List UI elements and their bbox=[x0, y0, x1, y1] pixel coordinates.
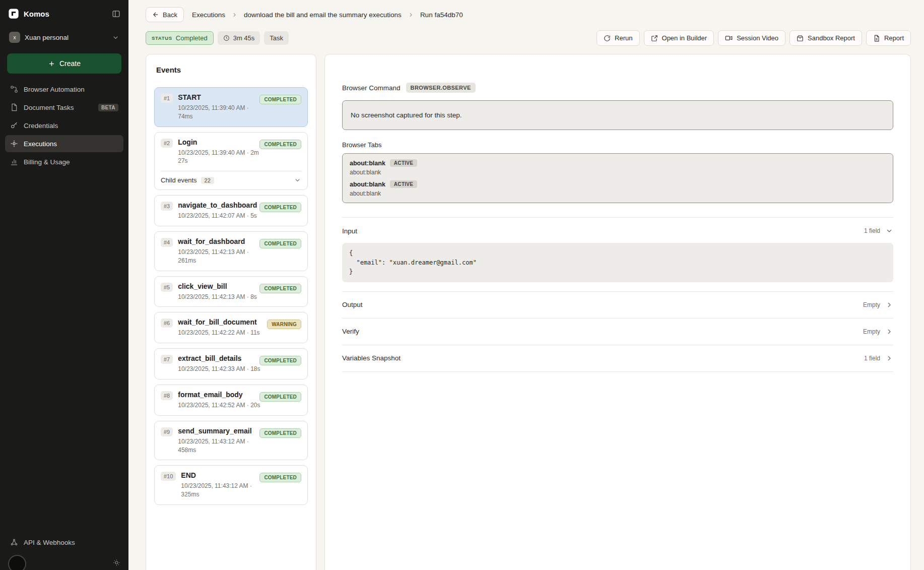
chevron-right-icon bbox=[885, 301, 893, 309]
duration-badge: 3m 45s bbox=[218, 31, 260, 45]
event-timestamp: 10/23/2025, 11:42:07 AM · 5s bbox=[178, 212, 265, 220]
event-number-badge: #7 bbox=[161, 355, 173, 364]
workspace-selector[interactable]: x Xuan personal bbox=[5, 28, 123, 46]
chevron-right-icon bbox=[885, 328, 893, 336]
create-button[interactable]: Create bbox=[7, 53, 121, 74]
sidebar-item-credentials[interactable]: Credentials bbox=[5, 117, 123, 134]
sidebar-item-document-tasks[interactable]: Document Tasks BETA bbox=[5, 99, 123, 116]
event-list-item[interactable]: #6 wait_for_bill_document 10/23/2025, 11… bbox=[154, 312, 308, 343]
browser-command-badge: BROWSER.OBSERVE bbox=[406, 83, 476, 93]
status-badge: STATUS Completed bbox=[146, 31, 214, 45]
box-icon bbox=[797, 35, 804, 42]
event-timestamp: 10/23/2025, 11:42:13 AM · 8s bbox=[178, 293, 265, 301]
beta-badge: BETA bbox=[98, 104, 118, 111]
sidebar-collapse-icon[interactable] bbox=[112, 10, 120, 18]
sandbox-report-button[interactable]: Sandbox Report bbox=[789, 30, 862, 46]
event-list-item[interactable]: #2 Login 10/23/2025, 11:39:40 AM · 2m 27… bbox=[154, 132, 308, 191]
refresh-icon bbox=[604, 35, 611, 42]
tab-url: about:blank bbox=[350, 190, 886, 197]
sidebar-item-api-webhooks[interactable]: API & Webhooks bbox=[5, 534, 123, 551]
task-type-badge: Task bbox=[264, 31, 289, 45]
event-list-item[interactable]: #8 format_email_body 10/23/2025, 11:42:5… bbox=[154, 385, 308, 416]
event-status-badge: WARNING bbox=[267, 320, 301, 329]
event-timestamp: 10/23/2025, 11:43:12 AM · 458ms bbox=[178, 437, 265, 455]
event-list-item[interactable]: #1 START 10/23/2025, 11:39:40 AM · 74ms … bbox=[154, 87, 308, 127]
event-list-item[interactable]: #10 END 10/23/2025, 11:43:12 AM · 325ms … bbox=[154, 465, 308, 505]
breadcrumb-executions[interactable]: Executions bbox=[192, 11, 225, 19]
event-status-badge: COMPLETED bbox=[259, 473, 301, 482]
tab-active-badge: ACTIVE bbox=[390, 180, 417, 188]
event-list-item[interactable]: #5 click_view_bill 10/23/2025, 11:42:13 … bbox=[154, 276, 308, 307]
child-events-toggle[interactable]: Child events 22 bbox=[161, 171, 301, 184]
event-status-badge: COMPLETED bbox=[259, 203, 301, 212]
sidebar: Komos x Xuan personal Create Browser Aut… bbox=[0, 0, 128, 570]
tab-active-badge: ACTIVE bbox=[390, 159, 417, 167]
event-list-item[interactable]: #3 navigate_to_dashboard 10/23/2025, 11:… bbox=[154, 195, 308, 226]
output-section-header[interactable]: Output Empty bbox=[342, 298, 893, 312]
theme-toggle-icon[interactable] bbox=[113, 559, 120, 566]
key-icon bbox=[10, 121, 18, 130]
sidebar-item-billing-usage[interactable]: Billing & Usage bbox=[5, 153, 123, 170]
video-camera-icon bbox=[725, 34, 733, 42]
event-status-badge: COMPLETED bbox=[259, 140, 301, 149]
event-number-badge: #2 bbox=[161, 139, 173, 148]
event-timestamp: 10/23/2025, 11:42:22 AM · 11s bbox=[178, 329, 265, 337]
event-list-item[interactable]: #7 extract_bill_details 10/23/2025, 11:4… bbox=[154, 348, 308, 379]
event-timestamp: 10/23/2025, 11:39:40 AM · 74ms bbox=[178, 104, 265, 121]
event-number-badge: #4 bbox=[161, 238, 173, 247]
browser-tab-entry: about:blank ACTIVE about:blank bbox=[350, 180, 886, 197]
variables-snapshot-section-header[interactable]: Variables Snapshot 1 field bbox=[342, 351, 893, 365]
app-window: Komos x Xuan personal Create Browser Aut… bbox=[0, 0, 924, 570]
session-video-button[interactable]: Session Video bbox=[718, 30, 785, 46]
workspace-name: Xuan personal bbox=[25, 34, 69, 41]
workspace-avatar: x bbox=[9, 32, 20, 43]
event-timestamp: 10/23/2025, 11:42:33 AM · 18s bbox=[178, 365, 265, 373]
tab-url: about:blank bbox=[350, 169, 886, 176]
input-section: Input 1 field { "email": "xuan.dreamer@g… bbox=[342, 217, 893, 291]
input-json: { "email": "xuan.dreamer@gmail.com" } bbox=[342, 243, 893, 282]
event-list-item[interactable]: #9 send_summary_email 10/23/2025, 11:43:… bbox=[154, 421, 308, 461]
output-section: Output Empty bbox=[342, 291, 893, 318]
event-number-badge: #5 bbox=[161, 283, 173, 292]
event-status-badge: COMPLETED bbox=[259, 392, 301, 402]
event-number-badge: #6 bbox=[161, 319, 173, 328]
app-title: Komos bbox=[24, 10, 49, 18]
event-list-item[interactable]: #4 wait_for_dashboard 10/23/2025, 11:42:… bbox=[154, 231, 308, 271]
event-status-badge: COMPLETED bbox=[259, 284, 301, 293]
user-avatar[interactable] bbox=[8, 555, 26, 570]
report-button[interactable]: Report bbox=[866, 30, 911, 46]
breadcrumb: Executions download the bill and email t… bbox=[192, 11, 463, 19]
browser-tabs-list: about:blank ACTIVE about:blank about:bla… bbox=[342, 153, 893, 203]
breadcrumb-run-id: Run fa54db70 bbox=[420, 11, 463, 19]
event-status-badge: COMPLETED bbox=[259, 95, 301, 104]
event-number-badge: #1 bbox=[161, 94, 173, 103]
input-section-header[interactable]: Input 1 field bbox=[342, 224, 893, 238]
browser-automation-icon bbox=[10, 85, 18, 93]
breadcrumb-execution-name[interactable]: download the bill and email the summary … bbox=[244, 11, 402, 19]
tab-title: about:blank bbox=[350, 181, 385, 188]
event-number-badge: #8 bbox=[161, 391, 173, 400]
event-status-badge: COMPLETED bbox=[259, 239, 301, 248]
event-status-badge: COMPLETED bbox=[259, 428, 301, 438]
events-panel[interactable]: Events #1 START 10/23/2025, 11:39:40 AM … bbox=[146, 54, 316, 570]
open-in-builder-button[interactable]: Open in Builder bbox=[644, 30, 714, 46]
child-events-count: 22 bbox=[201, 177, 214, 184]
sidebar-item-browser-automation[interactable]: Browser Automation bbox=[5, 81, 123, 98]
api-webhooks-icon bbox=[10, 538, 18, 546]
browser-tabs-label: Browser Tabs bbox=[342, 141, 893, 149]
report-document-icon bbox=[873, 35, 880, 42]
back-button[interactable]: Back bbox=[146, 7, 184, 22]
chevron-right-icon bbox=[231, 12, 238, 18]
verify-section: Verify Empty bbox=[342, 318, 893, 345]
clock-icon bbox=[223, 35, 230, 41]
verify-section-header[interactable]: Verify Empty bbox=[342, 325, 893, 339]
executions-icon bbox=[10, 140, 18, 148]
sidebar-item-executions[interactable]: Executions bbox=[5, 135, 123, 152]
chevron-right-icon bbox=[885, 354, 893, 362]
rerun-button[interactable]: Rerun bbox=[597, 30, 639, 46]
sidebar-header: Komos bbox=[0, 0, 128, 24]
browser-command-label: Browser Command bbox=[342, 84, 401, 92]
chevron-down-icon bbox=[885, 227, 893, 235]
events-panel-title: Events bbox=[154, 66, 308, 87]
event-status-badge: COMPLETED bbox=[259, 356, 301, 365]
